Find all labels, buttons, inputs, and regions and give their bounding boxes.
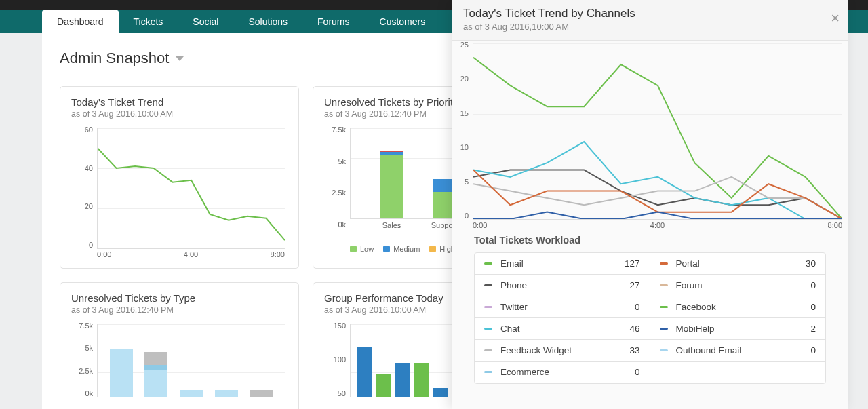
series-color-icon [484, 349, 492, 351]
workload-value: 127 [625, 258, 640, 269]
workload-label: Email [500, 258, 625, 269]
chevron-down-icon [176, 56, 184, 61]
nav-forums[interactable]: Forums [302, 10, 364, 33]
workload-value: 0 [635, 302, 640, 312]
workload-value: 30 [806, 258, 816, 269]
nav-solutions[interactable]: Solutions [233, 10, 302, 33]
workload-label: Ecommerce [500, 367, 635, 377]
workload-label: Outbound Email [676, 345, 811, 355]
series-color-icon [484, 284, 492, 286]
workload-table: Email127Portal30Phone27Forum0Twitter0Fac… [474, 252, 826, 384]
workload-value: 0 [810, 280, 816, 290]
workload-row: Ecommerce0 [475, 362, 650, 383]
close-icon[interactable]: × [831, 9, 840, 27]
card-unresolved-type[interactable]: Unresolved Tickets by Type as of 3 Aug 2… [60, 282, 299, 409]
workload-label: Feedback Widget [500, 345, 629, 355]
card-title: Today's Ticket Trend [71, 96, 288, 108]
card-subtitle: as of 3 Aug 2016,10:00 AM [71, 109, 288, 119]
workload-row: Feedback Widget33 [475, 340, 650, 362]
panel-title: Today's Ticket Trend by Channels [463, 7, 837, 20]
card-title: Unresolved Tickets by Type [71, 292, 288, 304]
series-color-icon [660, 284, 668, 286]
workload-row: Forum0 [650, 275, 826, 296]
chart-type: 7.5k 5k 2.5k 0k [71, 322, 288, 409]
series-color-icon [484, 306, 492, 308]
series-color-icon [484, 262, 492, 265]
nav-social[interactable]: Social [178, 10, 233, 33]
workload-label: Portal [676, 258, 806, 269]
nav-tickets[interactable]: Tickets [119, 10, 178, 33]
workload-label: Facebook [676, 302, 811, 312]
workload-row: Phone27 [475, 275, 650, 296]
workload-value: 27 [629, 280, 639, 290]
workload-row: Facebook0 [650, 296, 826, 318]
workload-label: Chat [500, 324, 629, 334]
series-color-icon [484, 328, 492, 330]
workload-value: 33 [629, 345, 639, 355]
workload-value: 0 [635, 367, 640, 377]
panel-chart: 25 20 15 10 5 0 0:00 4:00 8:00 [452, 41, 848, 232]
workload-label: Forum [676, 280, 811, 290]
workload-label: MobiHelp [676, 324, 811, 334]
card-subtitle: as of 3 Aug 2016,12:40 PM [71, 305, 288, 315]
series-color-icon [660, 328, 668, 330]
workload-value: 0 [810, 345, 816, 355]
page-title-label: Admin Snapshot [60, 50, 169, 67]
series-color-icon [660, 349, 668, 351]
nav-dashboard[interactable]: Dashboard [42, 10, 119, 33]
workload-row: Portal30 [650, 253, 826, 275]
workload-row: Outbound Email0 [650, 340, 826, 362]
series-color-icon [484, 371, 492, 373]
panel-header: Today's Ticket Trend by Channels as of 3… [452, 0, 848, 41]
workload-section-title: Total Tickets Workload [452, 232, 848, 252]
detail-panel: Today's Ticket Trend by Channels as of 3… [452, 0, 848, 409]
workload-value: 2 [810, 324, 816, 334]
workload-label: Phone [500, 280, 629, 290]
nav-customers[interactable]: Customers [365, 10, 441, 33]
card-ticket-trend[interactable]: Today's Ticket Trend as of 3 Aug 2016,10… [60, 86, 299, 269]
series-color-icon [660, 262, 668, 265]
workload-row: Chat46 [475, 318, 650, 340]
workload-row: Email127 [475, 253, 650, 275]
workload-value: 0 [810, 302, 816, 312]
chart-ticket-trend: 60 40 20 0 0:00 4:00 8:00 [71, 125, 288, 261]
workload-row: MobiHelp2 [650, 318, 826, 340]
series-color-icon [660, 306, 668, 308]
workload-label: Twitter [500, 302, 635, 312]
panel-subtitle: as of 3 Aug 2016,10:00 AM [463, 22, 837, 32]
workload-value: 46 [629, 324, 639, 334]
workload-row: Twitter0 [475, 296, 650, 318]
page-title-dropdown[interactable]: Admin Snapshot [60, 50, 184, 67]
